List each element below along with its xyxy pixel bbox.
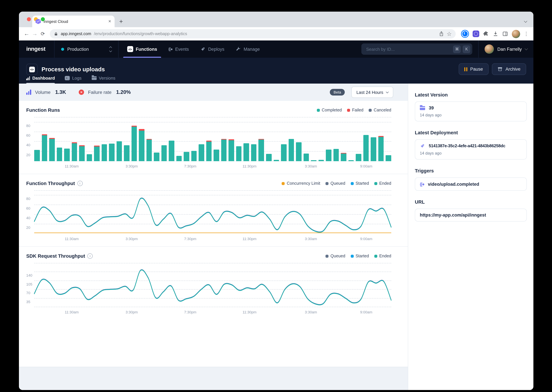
archive-button[interactable]: Archive [492, 63, 526, 75]
password-manager-extension-icon[interactable] [461, 30, 469, 38]
legend-item[interactable]: Ended [374, 254, 391, 258]
run-bar[interactable] [341, 153, 346, 161]
run-bar[interactable] [251, 144, 257, 161]
run-bar[interactable] [206, 141, 212, 161]
legend-item[interactable]: Ended [374, 181, 391, 186]
downloads-icon[interactable] [493, 31, 499, 37]
run-bar[interactable] [318, 160, 324, 161]
run-bar[interactable] [124, 145, 129, 161]
run-bar[interactable] [333, 149, 339, 161]
run-bar[interactable] [274, 160, 279, 161]
run-bar[interactable] [371, 137, 376, 161]
run-bar[interactable] [281, 144, 286, 161]
run-bar[interactable] [296, 142, 301, 161]
run-bar[interactable] [102, 144, 107, 161]
run-bar[interactable] [378, 136, 384, 161]
legend-item[interactable]: Started [351, 254, 369, 258]
run-bar[interactable] [176, 156, 182, 161]
bookmark-star-icon[interactable]: ☆ [447, 31, 452, 37]
legend-item[interactable]: Canceled [369, 108, 391, 112]
extensions-puzzle-icon[interactable] [483, 31, 489, 37]
run-bar[interactable] [221, 139, 227, 161]
run-bar[interactable] [161, 145, 167, 161]
run-bar[interactable] [34, 150, 40, 161]
nav-item-deploys[interactable]: Deploys [200, 41, 224, 58]
run-bar[interactable] [356, 154, 361, 161]
inngest-logo[interactable]: inngest [19, 41, 54, 58]
run-bar[interactable] [154, 152, 160, 161]
run-bar[interactable] [348, 160, 354, 161]
forward-button[interactable]: → [32, 30, 38, 37]
pause-button[interactable]: Pause [458, 63, 489, 75]
share-icon[interactable] [439, 31, 444, 36]
run-bar[interactable] [184, 152, 189, 161]
run-bar[interactable] [311, 160, 316, 161]
run-bar[interactable] [79, 145, 85, 161]
run-bar[interactable] [259, 139, 264, 161]
back-button[interactable]: ← [24, 30, 30, 37]
nav-item-functions[interactable]: <> Functions [127, 41, 157, 58]
legend-item[interactable]: Failed [347, 108, 363, 112]
legend-item[interactable]: Started [351, 181, 369, 186]
run-bar[interactable] [94, 146, 100, 161]
functions-code-icon: <> [127, 46, 133, 52]
run-bar[interactable] [87, 154, 92, 161]
run-bar[interactable] [386, 155, 391, 161]
tab-close-icon[interactable]: ✕ [108, 19, 111, 24]
info-icon[interactable]: i [77, 181, 83, 186]
run-bar[interactable] [199, 144, 204, 161]
legend-item[interactable]: Queued [326, 181, 345, 186]
run-bar[interactable] [303, 153, 309, 161]
run-bar[interactable] [363, 135, 369, 161]
tab-versions[interactable]: Versions [92, 76, 116, 84]
close-window-button[interactable] [27, 17, 31, 21]
run-bar[interactable] [116, 141, 122, 161]
legend-item[interactable]: Concurrency Limit [282, 181, 320, 186]
run-bar[interactable] [229, 139, 234, 161]
run-bar[interactable] [139, 129, 144, 161]
run-bar[interactable] [214, 150, 219, 161]
new-tab-button[interactable]: + [119, 18, 123, 25]
purple-extension-icon[interactable] [473, 30, 479, 37]
user-menu[interactable]: Dan Farrelly [479, 41, 527, 58]
nav-item-label: Manage [244, 47, 260, 52]
run-bar[interactable] [57, 147, 62, 161]
run-bar[interactable] [49, 138, 55, 161]
zoom-window-button[interactable] [41, 17, 45, 21]
run-bar[interactable] [244, 143, 249, 161]
tab-logs[interactable]: >_ Logs [65, 76, 81, 84]
run-bar[interactable] [326, 150, 331, 161]
tab-search-chevron-icon[interactable] [524, 18, 527, 24]
volume-icon [26, 90, 31, 95]
address-bar[interactable]: app.inngest.com/env/production/functions… [50, 29, 456, 38]
time-range-value: Last 24 Hours [356, 90, 383, 95]
run-bar[interactable] [72, 142, 77, 161]
browser-menu-icon[interactable]: ⋮ [524, 31, 529, 37]
search-input[interactable]: Search by ID... ⌘ K [362, 43, 472, 55]
run-bar[interactable] [266, 154, 271, 161]
run-bar[interactable] [109, 144, 114, 161]
run-bar[interactable] [42, 134, 47, 161]
side-panel-icon[interactable] [502, 31, 508, 37]
run-bar[interactable] [64, 149, 70, 161]
reload-button[interactable]: ⟳ [40, 31, 46, 37]
environment-switcher[interactable]: Production [54, 41, 118, 58]
run-bar[interactable] [131, 126, 137, 161]
run-bar[interactable] [169, 141, 174, 161]
volume-value: 1.3K [55, 89, 66, 95]
run-bar[interactable] [289, 139, 294, 161]
right-sidebar: Latest Version 39 14 days ago Latest Dep… [408, 84, 533, 390]
run-bar[interactable] [191, 151, 197, 161]
nav-item-events[interactable]: ((● Events [168, 41, 189, 58]
version-timestamp: 14 days ago [420, 113, 522, 117]
url-card: https://my-app.com/api/inngest [415, 209, 527, 222]
browser-profile-avatar[interactable] [512, 30, 520, 38]
tab-dashboard[interactable]: Dashboard [26, 76, 55, 84]
time-range-dropdown[interactable]: Last 24 Hours [351, 87, 393, 98]
legend-item[interactable]: Completed [317, 108, 342, 112]
run-bar[interactable] [146, 139, 152, 161]
run-bar[interactable] [236, 146, 242, 161]
info-icon[interactable]: i [87, 253, 93, 259]
nav-item-manage[interactable]: Manage [236, 41, 260, 58]
legend-item[interactable]: Queued [326, 254, 345, 258]
